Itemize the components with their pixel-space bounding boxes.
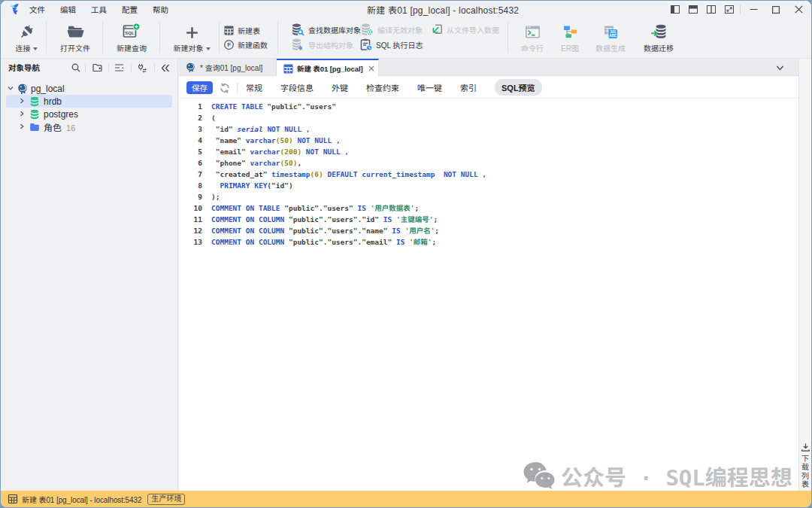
menu-edit[interactable]: 编辑 — [60, 4, 76, 15]
chevron-down-icon — [775, 63, 785, 73]
menu-help[interactable]: 帮助 — [153, 4, 168, 15]
line-number: 4 — [179, 135, 202, 146]
open-file-button[interactable]: 打开文件 — [53, 23, 97, 53]
search-icon — [71, 63, 80, 72]
app-logo-icon — [9, 3, 22, 16]
view-tab-check-constraints[interactable]: 检查约束 — [366, 81, 399, 93]
layout-sidebar-toggle-button[interactable] — [666, 1, 684, 18]
command-line-button[interactable]: 命令行 — [516, 23, 549, 53]
toolbar-divider — [277, 22, 278, 53]
tree-item-hrdb[interactable]: hrdb — [1, 95, 177, 108]
table-designer-toolbar: 保存 常规 字段信息 外键 检查约束 唯一键 索引 SQL预览 — [179, 76, 798, 99]
sql-editor[interactable]: 1CREATE TABLE "public"."users"2(3 "id" s… — [179, 99, 798, 491]
app-window: 文件 编辑 工具 配置 帮助 新建 表01 [pg_local] - local… — [0, 0, 812, 508]
tree-item-roles[interactable]: 角色16 — [1, 120, 177, 133]
line-number: 10 — [179, 202, 202, 214]
document-tab-bar: * 查询01 [pg_local] 新建 表01 [pg_local] — [179, 59, 798, 76]
new-object-button[interactable]: 新建对象 — [168, 23, 216, 53]
toolbar-divider — [102, 22, 103, 53]
data-generate-button[interactable]: 101 ABC 数据生成 — [588, 23, 633, 53]
watermark-text: 公众号 · SQL编程思想 — [561, 460, 792, 491]
tab-query01[interactable]: * 查询01 [pg_local] — [179, 59, 277, 76]
minimize-button[interactable] — [742, 1, 765, 18]
menu-bar: 文件 编辑 工具 配置 帮助 — [29, 1, 168, 18]
find-db-object-button[interactable]: 查找数据库对象 — [292, 23, 361, 36]
title-bar: 文件 编辑 工具 配置 帮助 新建 表01 [pg_local] - local… — [1, 1, 811, 18]
search-button[interactable] — [71, 62, 81, 73]
export-structure-button[interactable]: 导出结构对象 — [292, 38, 353, 51]
close-window-button[interactable] — [787, 1, 810, 18]
download-side-panel[interactable]: 下载列表 — [798, 59, 811, 491]
tree-item-label: pg_local — [31, 84, 65, 94]
object-navigator-title: 对象导航 — [8, 59, 40, 76]
code-line: 3 "id" serial NOT NULL , — [179, 123, 798, 135]
tab-new-table01[interactable]: 新建 表01 [pg_local] — [277, 59, 379, 77]
tab-list-button[interactable] — [775, 62, 785, 76]
layout-expand-button[interactable] — [720, 1, 738, 18]
table-icon — [224, 26, 234, 35]
data-migrate-icon — [636, 23, 681, 39]
toolbar-divider — [508, 22, 508, 53]
folder-plus-icon — [92, 63, 102, 72]
svg-text:F: F — [227, 41, 231, 48]
chevron-down-icon[interactable] — [7, 84, 14, 92]
connect-button[interactable]: 连接 — [7, 23, 46, 53]
import-from-file-button[interactable]: 从文件导入数据 — [431, 23, 499, 35]
code-line: 6 "phone" varchar(50), — [179, 157, 798, 169]
code-line: 7 "created_at" timestamp(6) DEFAULT curr… — [179, 169, 798, 180]
database-export-icon — [292, 38, 304, 51]
data-migrate-button[interactable]: 数据迁移 — [636, 23, 681, 53]
compile-invalid-button[interactable]: 编译无效对象 — [361, 23, 423, 36]
tree-item-pg-local[interactable]: pg_local — [1, 82, 177, 95]
layout-bottom-toggle-button[interactable] — [684, 1, 702, 18]
code-text: ( — [211, 112, 216, 123]
view-tab-foreign-keys[interactable]: 外键 — [332, 81, 348, 93]
view-tab-general[interactable]: 常规 — [246, 81, 262, 93]
object-navigator-tree: pg_local hrdb — [1, 76, 178, 491]
window-controls-divider — [740, 5, 741, 14]
tab-label: * 查询01 [pg_local] — [200, 62, 262, 73]
view-tab-indexes[interactable]: 索引 — [460, 81, 477, 93]
menu-file[interactable]: 文件 — [29, 4, 45, 15]
window-controls — [666, 1, 810, 18]
environment-badge: 生产环境 — [147, 494, 185, 505]
new-table-button[interactable]: 新建表 — [224, 25, 260, 36]
layout-split-toggle-button[interactable] — [702, 1, 720, 18]
tree-item-postgres[interactable]: postgres — [1, 108, 177, 120]
plug-icon — [7, 23, 46, 39]
menu-config[interactable]: 配置 — [122, 4, 138, 15]
connection-switch-button[interactable] — [137, 62, 147, 73]
database-search-icon — [292, 23, 304, 36]
chevron-right-icon[interactable] — [18, 123, 26, 130]
svg-text:SQL: SQL — [125, 30, 135, 35]
view-tab-unique-keys[interactable]: 唯一键 — [417, 81, 442, 93]
view-tab-fields[interactable]: 字段信息 — [280, 81, 314, 93]
open-folder-icon — [53, 23, 97, 39]
view-tab-sql-preview[interactable]: SQL预览 — [495, 79, 542, 96]
line-number: 3 — [179, 123, 202, 135]
collapse-all-button[interactable] — [114, 62, 124, 73]
sql-code: 1CREATE TABLE "public"."users"2(3 "id" s… — [179, 101, 798, 248]
chevron-right-icon[interactable] — [18, 97, 26, 105]
data-generate-icon: 101 ABC — [588, 23, 633, 39]
line-number: 6 — [179, 157, 202, 169]
collapse-panel-button[interactable] — [160, 62, 171, 73]
download-icon — [801, 443, 810, 452]
code-line: 12COMMENT ON COLUMN "public"."users"."na… — [179, 225, 798, 236]
sql-log-button[interactable]: SQL 执行日志 — [360, 38, 423, 51]
close-tab-button[interactable] — [366, 63, 377, 74]
save-button[interactable]: 保存 — [186, 81, 213, 94]
new-connection-button[interactable] — [92, 62, 102, 73]
menu-tools[interactable]: 工具 — [91, 4, 107, 15]
new-function-button[interactable]: F 新建函数 — [224, 39, 268, 50]
sql-log-icon — [360, 38, 372, 51]
maximize-button[interactable] — [765, 1, 787, 18]
line-number: 13 — [179, 236, 202, 248]
code-text: COMMENT ON COLUMN "public"."users"."emai… — [211, 236, 436, 248]
double-chevron-left-icon — [161, 64, 170, 72]
chevron-right-icon[interactable] — [18, 110, 26, 117]
code-text: COMMENT ON COLUMN "public"."users"."id" … — [211, 214, 438, 225]
er-diagram-button[interactable]: ER图 — [556, 23, 584, 53]
new-query-button[interactable]: SQL 新建查询 — [111, 23, 152, 53]
refresh-button[interactable] — [219, 82, 231, 94]
